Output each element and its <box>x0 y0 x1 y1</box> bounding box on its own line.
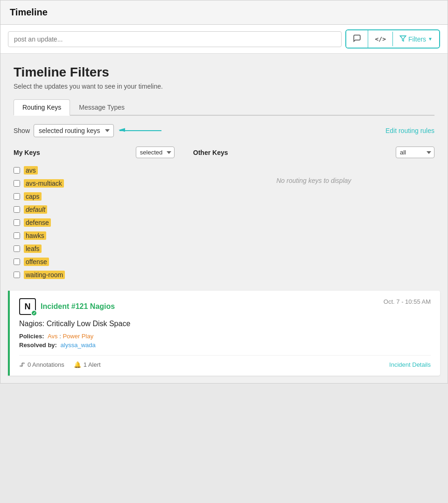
key-default: default <box>24 205 47 214</box>
list-item: avs <box>14 164 175 177</box>
key-avs-multiack: avs-multiack <box>24 179 64 188</box>
incident-title-link[interactable]: Incident #121 Nagios <box>41 302 115 311</box>
hawks-checkbox[interactable] <box>14 232 20 239</box>
header: Timeline <box>0 0 448 25</box>
show-label: Show <box>14 127 30 134</box>
key-leafs: leafs <box>24 245 42 253</box>
list-item: defense <box>14 216 175 229</box>
no-keys-message: No routing keys to display <box>193 177 434 184</box>
bell-icon: 🔔 <box>74 361 81 368</box>
chat-icon <box>353 34 361 44</box>
show-row: Show selected routing keys all routing k… <box>14 124 434 137</box>
waiting-room-checkbox[interactable] <box>14 272 20 278</box>
chat-button[interactable] <box>346 30 368 48</box>
filter-icon <box>399 35 406 43</box>
incident-footer-left: 🖇 0 Annotations 🔔 1 Alert <box>19 361 101 368</box>
list-item: default <box>14 203 175 216</box>
toolbar-button-group: </> Filters ▼ <box>345 29 440 49</box>
incident-policies: Policies: Avs : Power Play <box>19 333 431 340</box>
annotations-item: 🖇 0 Annotations <box>19 361 64 368</box>
my-keys-filter-select[interactable]: selected all <box>136 147 175 158</box>
incident-resolved: Resolved by: alyssa_wada <box>19 342 431 349</box>
annotations-count: 0 Annotations <box>28 361 64 368</box>
code-icon: </> <box>375 35 385 42</box>
default-checkbox[interactable] <box>14 206 20 213</box>
list-item: hawks <box>14 229 175 242</box>
incident-logo: N ✓ <box>19 298 36 315</box>
other-keys-filter-select[interactable]: all selected <box>396 147 434 158</box>
avs-checkbox[interactable] <box>14 167 20 174</box>
filters-subtitle: Select the updates you want to see in yo… <box>14 83 434 90</box>
incident-left: N ✓ Incident #121 Nagios <box>19 298 115 315</box>
arrow-left-icon <box>119 127 125 133</box>
leafs-checkbox[interactable] <box>14 245 20 252</box>
policy-avs-link[interactable]: Avs <box>48 333 57 340</box>
key-waiting-room: waiting-room <box>24 271 65 279</box>
list-item: avs-multiack <box>14 177 175 190</box>
policies-label: Policies: <box>19 333 44 340</box>
caps-checkbox[interactable] <box>14 193 20 200</box>
list-item: waiting-room <box>14 268 175 281</box>
offense-checkbox[interactable] <box>14 258 20 265</box>
page-title: Timeline <box>10 7 48 17</box>
main-content: Timeline Filters Select the updates you … <box>0 54 448 291</box>
code-button[interactable]: </> <box>368 32 392 46</box>
list-item: offense <box>14 255 175 268</box>
my-keys-title: My Keys <box>14 149 40 156</box>
policy-powerplay-link[interactable]: Power Play <box>63 333 93 340</box>
keys-section: My Keys selected all avs avs-multiack <box>14 147 434 281</box>
paperclip-icon: 🖇 <box>19 361 25 368</box>
toolbar: </> Filters ▼ <box>0 25 448 54</box>
incident-outer: N ✓ Incident #121 Nagios Oct. 7 - 10:55 … <box>0 291 448 383</box>
incident-details-link[interactable]: Incident Details <box>389 361 431 368</box>
incident-timestamp: Oct. 7 - 10:55 AM <box>384 298 431 305</box>
resolved-user-link[interactable]: alyssa_wada <box>61 342 96 349</box>
arrow-indicator <box>119 126 161 135</box>
my-keys-list: avs avs-multiack caps default <box>14 164 175 281</box>
incident-footer: 🖇 0 Annotations 🔔 1 Alert Incident Detai… <box>19 355 431 368</box>
filters-label: Filters <box>408 35 426 43</box>
incident-card: N ✓ Incident #121 Nagios Oct. 7 - 10:55 … <box>8 291 440 376</box>
svg-marker-1 <box>119 128 125 132</box>
resolved-label: Resolved by: <box>19 342 57 349</box>
list-item: caps <box>14 190 175 203</box>
avs-multiack-checkbox[interactable] <box>14 180 20 187</box>
tab-routing-keys[interactable]: Routing Keys <box>14 99 70 116</box>
my-keys-column: My Keys selected all avs avs-multiack <box>14 147 175 281</box>
my-keys-header: My Keys selected all <box>14 147 175 158</box>
filters-chevron-icon: ▼ <box>428 36 433 42</box>
show-select[interactable]: selected routing keys all routing keys <box>34 124 114 137</box>
alerts-count: 1 Alert <box>84 361 101 368</box>
page-wrapper: Timeline </> Filters <box>0 0 448 384</box>
filters-button[interactable]: Filters ▼ <box>393 31 439 47</box>
tab-message-types[interactable]: Message Types <box>70 99 133 116</box>
alerts-item: 🔔 1 Alert <box>74 361 101 368</box>
key-caps: caps <box>24 192 42 201</box>
incident-status-badge: ✓ <box>31 310 37 316</box>
edit-routing-link[interactable]: Edit routing rules <box>385 127 434 134</box>
svg-marker-0 <box>400 35 406 41</box>
defense-checkbox[interactable] <box>14 219 20 226</box>
key-defense: defense <box>24 218 51 227</box>
key-hawks: hawks <box>24 231 46 240</box>
other-keys-header: Other Keys all selected <box>193 147 434 158</box>
filters-title: Timeline Filters <box>14 65 434 80</box>
update-input[interactable] <box>8 31 342 47</box>
incident-header: N ✓ Incident #121 Nagios Oct. 7 - 10:55 … <box>19 298 431 315</box>
key-avs: avs <box>24 166 38 175</box>
tabs-container: Routing Keys Message Types <box>14 99 434 116</box>
other-keys-title: Other Keys <box>193 149 228 156</box>
list-item: leafs <box>14 242 175 255</box>
incident-body: Nagios: Critically Low Disk Space <box>19 320 431 328</box>
key-offense: offense <box>24 258 49 266</box>
other-keys-column: Other Keys all selected No routing keys … <box>193 147 434 281</box>
